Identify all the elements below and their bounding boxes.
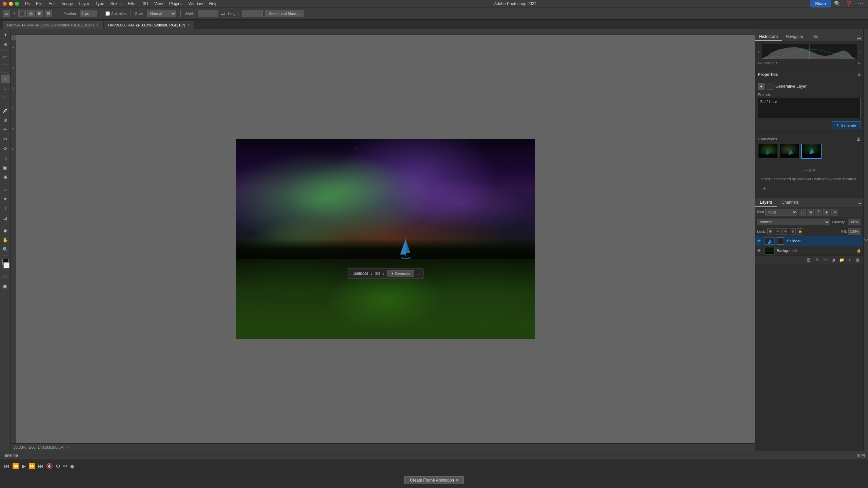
libraries-add-button[interactable]: + (761, 185, 768, 192)
layer-delete-icon[interactable]: 🗑 (854, 257, 861, 263)
canvas-scroll[interactable]: Sailboat ‹ 3/3 › ✦ Generate ... (16, 35, 755, 443)
height-input[interactable] (242, 10, 263, 17)
tab-1[interactable]: HKPS4614.RAF @ 112% (Generative Fill, RG… (3, 21, 103, 29)
blend-mode-select[interactable]: Normal Multiply Screen Overlay Soft Ligh… (757, 219, 830, 225)
tool-frame[interactable]: ⬚ (1, 94, 10, 102)
filter-pixel-icon[interactable]: ⬚ (799, 209, 806, 216)
layers-tab-channels[interactable]: Channels (777, 198, 804, 207)
tl-first-frame[interactable]: ⏮ (4, 463, 9, 469)
tool-artboard[interactable]: ⊞ (1, 40, 10, 49)
maximize-button[interactable] (15, 2, 19, 6)
tool-screen[interactable]: ▣ (1, 282, 10, 290)
tab-2-close[interactable]: ✕ (187, 23, 190, 27)
inline-next-button[interactable]: › (382, 271, 385, 276)
tool-rect-select-tb[interactable]: ▭ (1, 53, 10, 61)
side-collapse[interactable]: ❮ (863, 29, 868, 451)
more-icon[interactable]: ⋯ (856, 0, 865, 8)
layer-row-background[interactable]: 👁 Background 🔒 (755, 246, 863, 256)
tab-info[interactable]: Info (807, 33, 822, 41)
feather-input[interactable] (80, 10, 97, 17)
tool-dodge[interactable]: ○ (1, 185, 10, 194)
variation-thumb-2[interactable] (780, 144, 800, 159)
layer-mask-icon[interactable]: ⬭ (822, 257, 829, 263)
properties-menu-icon[interactable]: ≡ (858, 72, 861, 77)
prompt-textarea[interactable]: Sailboat (758, 98, 861, 118)
select-mask-button[interactable]: Select and Mask... (265, 10, 304, 17)
opacity-input[interactable] (848, 219, 861, 225)
layer-visibility-sailboat[interactable]: 👁 (757, 239, 763, 243)
lock-paint-btn[interactable]: ✏ (775, 228, 781, 235)
layer-group-icon[interactable]: 📁 (838, 257, 845, 263)
variation-thumb-3[interactable] (801, 144, 822, 159)
tl-prev-frame[interactable]: ⏪ (12, 463, 19, 469)
tl-last-frame[interactable]: ⏭ (38, 463, 43, 469)
menu-window[interactable]: Window (186, 0, 206, 7)
tool-rect-icon[interactable]: ⬛ (18, 10, 26, 17)
layer-visibility-background[interactable]: 👁 (757, 248, 763, 253)
status-arrow[interactable]: › (66, 445, 67, 450)
tool-zoom[interactable]: 🔍 (1, 245, 10, 254)
layer-adj-icon[interactable]: ◑ (830, 257, 837, 263)
minimize-button[interactable] (9, 2, 13, 6)
layer-row-sailboat[interactable]: 👁 Sailboat (755, 236, 863, 246)
tool-transform-icon[interactable]: ⊞ (36, 10, 43, 17)
lock-all-btn[interactable]: 🔒 (797, 228, 803, 235)
tab-histogram[interactable]: Histogram (755, 33, 782, 41)
generate-button[interactable]: ✦ Generate (832, 121, 861, 129)
layers-tab-layers[interactable]: Layers (755, 198, 777, 207)
tool-move[interactable]: ✦ (1, 30, 10, 39)
inline-generate-button[interactable]: ✦ Generate (387, 270, 414, 277)
tool-brush[interactable]: ✏ (1, 125, 10, 134)
layer-new-icon[interactable]: + (846, 257, 853, 263)
tool-eyedropper[interactable]: 💉 (1, 106, 10, 115)
style-select[interactable]: Normal Fixed Ratio Fixed Size (147, 10, 176, 17)
tool-type[interactable]: T (1, 204, 10, 213)
menu-select[interactable]: Select (107, 0, 124, 7)
tl-settings[interactable]: ⚙ (56, 463, 60, 469)
tool-hand[interactable]: ✋ (1, 236, 10, 244)
swap-icon[interactable]: ⇄ (221, 11, 225, 16)
menu-ps[interactable]: Ps (22, 0, 33, 7)
layer-effects-icon[interactable]: fx (814, 257, 821, 263)
menu-3d[interactable]: 3D (140, 0, 151, 7)
tab-navigator[interactable]: Navigator (782, 33, 807, 41)
histogram-right-arrow[interactable]: › (859, 44, 861, 59)
filter-adj-icon[interactable]: ◑ (807, 209, 814, 216)
menu-filter[interactable]: Filter (125, 0, 140, 7)
panel-expand-icon[interactable]: ⊟ (857, 36, 861, 41)
tl-audio[interactable]: 🔇 (46, 463, 53, 469)
tl-keyframe[interactable]: ◆ (70, 463, 74, 469)
filter-type-icon[interactable]: T (815, 209, 822, 216)
layers-menu-icon[interactable]: ≡ (859, 200, 861, 205)
variations-grid-icon[interactable]: ⊞ (856, 136, 861, 142)
background-color[interactable] (3, 262, 9, 268)
tl-split[interactable]: ✂ (63, 463, 67, 469)
tool-circle-icon[interactable]: ◎ (27, 10, 35, 17)
menu-layer[interactable]: Layer (76, 0, 92, 7)
tool-quickmask[interactable]: ⬭ (1, 272, 10, 281)
timeline-menu-icon[interactable]: ≡ (857, 453, 860, 458)
filter-kind-select[interactable]: Kind Name Effect Mode Attribute Color Sm… (765, 209, 797, 216)
filter-shape-icon[interactable]: ◆ (823, 209, 830, 216)
search-icon[interactable]: 🔍 (833, 0, 842, 8)
tool-grid-icon[interactable]: ⊟ (45, 10, 52, 17)
tool-gradient[interactable]: ▣ (1, 163, 10, 172)
tab-2[interactable]: HKPB6086.RAF @ 33.3% (Sailboat, RGB/16*)… (104, 21, 195, 29)
tool-eraser[interactable]: ◻ (1, 154, 10, 162)
tool-blur[interactable]: ◉ (1, 172, 10, 181)
timeline-collapse-icon[interactable]: ⊟ (861, 453, 865, 458)
menu-plugins[interactable]: Plugins (166, 0, 185, 7)
tool-lasso[interactable]: ⌒ (1, 62, 10, 71)
filter-smart-icon[interactable]: ⚙ (831, 209, 838, 216)
lock-artboard-btn[interactable]: ⊞ (790, 228, 796, 235)
width-input[interactable] (198, 10, 218, 17)
variation-thumb-1[interactable] (758, 144, 778, 159)
anti-alias-checkbox[interactable] (105, 10, 110, 17)
lock-transparent-btn[interactable]: ⊠ (767, 228, 773, 235)
help-icon[interactable]: ❓ (844, 0, 854, 8)
menu-image[interactable]: Image (59, 0, 76, 7)
inline-more-button[interactable]: ... (416, 271, 420, 276)
menu-help[interactable]: Help (206, 0, 220, 7)
menu-file[interactable]: File (33, 0, 45, 7)
tool-path[interactable]: ⊿ (1, 214, 10, 222)
